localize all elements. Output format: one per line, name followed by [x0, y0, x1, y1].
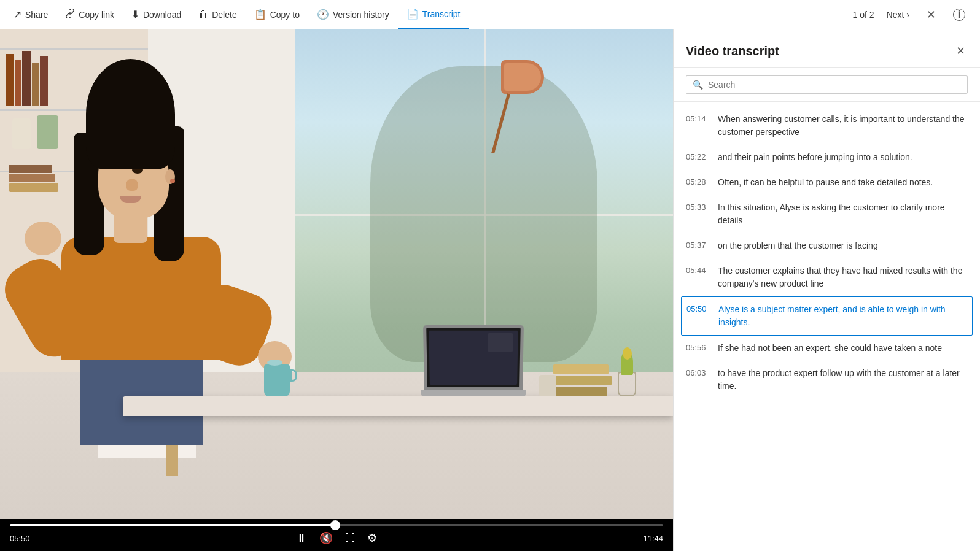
settings-icon: ⚙ [367, 531, 377, 545]
copy-to-label: Copy to [270, 10, 300, 20]
mute-button[interactable]: 🔇 [318, 530, 334, 546]
share-label: Share [25, 10, 48, 20]
total-time: 11:44 [643, 534, 663, 543]
book-h [9, 183, 58, 192]
transcript-list: 05:14 When answering customer calls, it … [674, 102, 980, 551]
control-buttons: ⏸ 🔇 ⛶ ⚙ [295, 530, 378, 546]
laptop [424, 326, 526, 396]
share-button[interactable]: ↗ Share [5, 0, 56, 29]
next-arrow-icon: › [906, 10, 909, 20]
delete-button[interactable]: 🗑 Delete [190, 0, 245, 29]
close-icon: ✕ [956, 45, 965, 57]
transcript-header: Video transcript ✕ [674, 29, 980, 68]
pause-icon: ⏸ [296, 532, 307, 545]
shirt [61, 237, 221, 360]
close-window-button[interactable]: ✕ [922, 6, 941, 24]
settings-button[interactable]: ⚙ [366, 530, 378, 546]
search-box: 🔍 [686, 75, 968, 94]
controls-row: 05:50 ⏸ 🔇 ⛶ ⚙ 11:44 [10, 530, 663, 546]
download-icon: ⬇ [131, 9, 139, 20]
delete-icon: 🗑 [198, 9, 208, 20]
mug [264, 364, 290, 396]
transcript-icon: 📄 [406, 8, 419, 20]
progress-thumb[interactable] [330, 520, 340, 530]
transcript-time: 05:33 [686, 201, 708, 227]
transcript-item[interactable]: 06:03 to have the product expert follow … [674, 361, 980, 399]
fullscreen-icon: ⛶ [345, 533, 355, 544]
transcript-item[interactable]: 05:28 Often, if can be helpful to pause … [674, 170, 980, 195]
progress-fill [10, 524, 335, 526]
book [22, 51, 31, 106]
toolbar-right: 1 of 2 Next › ✕ i [853, 6, 976, 24]
transcript-text: Often, if can be helpful to pause and ta… [718, 176, 933, 189]
book [32, 63, 39, 106]
book [40, 56, 48, 106]
close-icon: ✕ [927, 8, 936, 21]
transcript-text: If she had not been an expert, she could… [718, 342, 942, 355]
vase [618, 372, 636, 396]
lamp [501, 60, 544, 155]
stacked-books [553, 364, 612, 396]
book [15, 60, 21, 106]
room-background [0, 29, 673, 519]
transcript-time: 06:03 [686, 367, 708, 393]
transcript-text: The customer explains that they have had… [718, 264, 968, 290]
copy-link-button[interactable]: Copy link [56, 0, 123, 29]
version-history-button[interactable]: 🕐 Version history [308, 0, 398, 29]
transcript-item[interactable]: 05:14 When answering customer calls, it … [674, 107, 980, 145]
download-label: Download [143, 10, 181, 20]
copy-link-icon [65, 9, 75, 21]
small-jar [539, 375, 556, 396]
version-history-label: Version history [333, 10, 389, 20]
transcript-time: 05:28 [686, 176, 708, 189]
transcript-time: 05:56 [686, 342, 708, 355]
transcript-title: Video transcript [686, 44, 779, 58]
share-icon: ↗ [14, 9, 21, 20]
delete-label: Delete [212, 10, 236, 20]
transcript-text: In this situation, Alyse is asking the c… [718, 201, 968, 227]
transcript-label: Transcript [422, 9, 461, 19]
transcript-time: 05:44 [686, 264, 708, 290]
transcript-text: on the problem that the customer is faci… [718, 239, 878, 252]
transcript-item[interactable]: 05:44 The customer explains that they ha… [674, 258, 980, 296]
transcript-item[interactable]: 05:33 In this situation, Alyse is asking… [674, 195, 980, 233]
transcript-item[interactable]: 05:22 and their pain points before jumpi… [674, 145, 980, 170]
copy-to-button[interactable]: 📋 Copy to [246, 0, 308, 29]
next-button[interactable]: Next › [882, 7, 914, 22]
search-input[interactable] [708, 80, 961, 90]
copy-to-icon: 📋 [254, 9, 266, 20]
info-button[interactable]: i [948, 6, 970, 23]
transcript-time: 05:37 [686, 239, 708, 252]
transcript-time: 05:22 [686, 151, 708, 164]
transcript-button[interactable]: 📄 Transcript [398, 0, 469, 29]
book-h [9, 165, 52, 173]
video-frame[interactable] [0, 29, 673, 519]
transcript-close-button[interactable]: ✕ [954, 42, 968, 60]
current-time: 05:50 [10, 534, 30, 543]
transcript-panel: Video transcript ✕ 🔍 05:14 When answerin… [673, 29, 980, 551]
transcript-text: and their pain points before jumping int… [718, 151, 912, 164]
fullscreen-button[interactable]: ⛶ [344, 531, 356, 545]
transcript-text: Alyse is a subject matter expert, and is… [718, 303, 967, 329]
toolbar: ↗ Share Copy link ⬇ Download 🗑 Delete 📋 … [0, 0, 980, 29]
download-button[interactable]: ⬇ Download [123, 0, 190, 29]
copy-link-label: Copy link [79, 10, 114, 20]
transcript-item[interactable]: 05:37 on the problem that the customer i… [674, 233, 980, 258]
transcript-text: to have the product expert follow up wit… [718, 367, 968, 393]
transcript-item[interactable]: 05:56 If she had not been an expert, she… [674, 336, 980, 361]
left-hand [25, 222, 61, 255]
hair-top [86, 59, 175, 169]
transcript-item[interactable]: 05:50 Alyse is a subject matter expert, … [681, 296, 973, 336]
candle [12, 118, 31, 149]
transcript-text: When answering customer calls, it is imp… [718, 113, 968, 139]
transcript-time: 05:50 [686, 303, 709, 329]
info-icon: i [953, 9, 965, 21]
mute-icon: 🔇 [319, 531, 333, 545]
video-area: 05:50 ⏸ 🔇 ⛶ ⚙ 11:44 [0, 29, 673, 551]
desk [123, 396, 673, 416]
version-history-icon: 🕐 [317, 9, 329, 20]
next-label: Next [887, 10, 904, 20]
progress-bar[interactable] [10, 524, 663, 526]
book-h [9, 174, 55, 182]
pause-button[interactable]: ⏸ [295, 531, 308, 546]
